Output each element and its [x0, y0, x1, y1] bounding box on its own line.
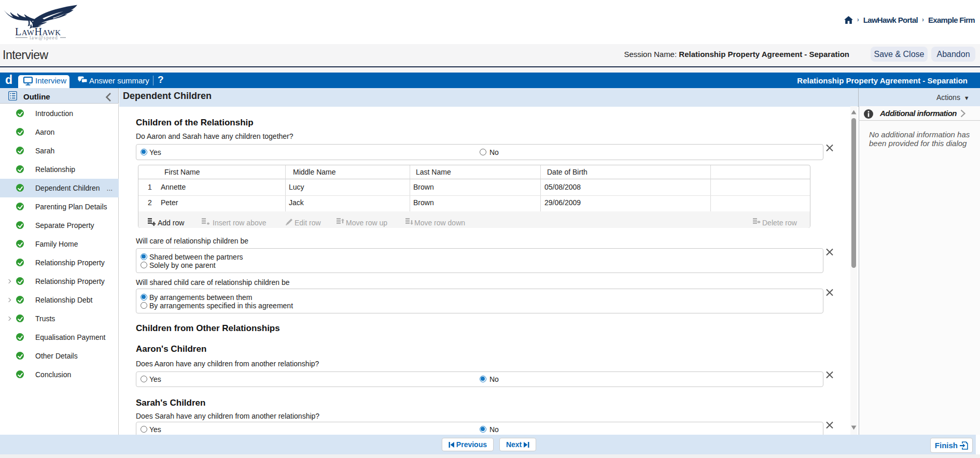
svg-text:law@speed: law@speed: [30, 35, 58, 40]
